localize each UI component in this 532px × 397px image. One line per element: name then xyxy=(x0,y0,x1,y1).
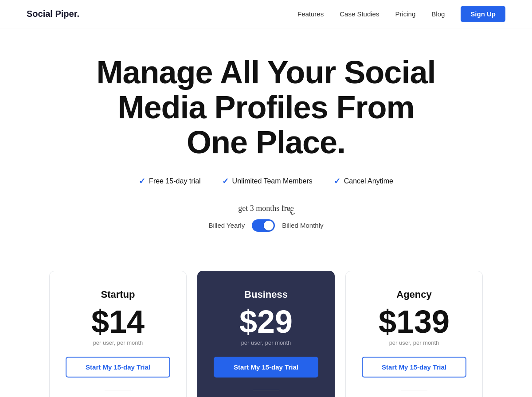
plan-cta-startup[interactable]: Start My 15-day Trial xyxy=(66,357,170,378)
plan-divider-agency xyxy=(401,390,427,390)
pricing-section: Startup $14 per user, per month Start My… xyxy=(0,271,532,397)
check-icon-team: ✓ xyxy=(222,176,229,186)
nav-links: Features Case Studies Pricing Blog Sign … xyxy=(297,10,505,18)
site-logo[interactable]: Social Piper. xyxy=(27,9,79,19)
nav-blog[interactable]: Blog xyxy=(431,10,445,18)
plan-cta-business[interactable]: Start My 15-day Trial xyxy=(214,357,318,378)
hero-headline: Manage All Your Social Media Profiles Fr… xyxy=(84,55,448,160)
billing-yearly-label: Billed Yearly xyxy=(208,222,245,229)
billing-monthly-label: Billed Monthly xyxy=(282,222,323,229)
hero-feature-cancel-label: Cancel Anytime xyxy=(344,177,393,185)
nav-case-studies[interactable]: Case Studies xyxy=(340,10,379,18)
plan-period-agency: per user, per month xyxy=(389,339,439,346)
pricing-card-agency: Agency $139 per user, per month Start My… xyxy=(345,271,483,397)
billing-section: get 3 months free Billed Yearly Billed M… xyxy=(9,204,523,232)
hero-feature-team-label: Unlimited Team Members xyxy=(232,177,313,185)
hero-features: ✓ Free 15-day trial ✓ Unlimited Team Mem… xyxy=(9,176,523,186)
plan-divider-startup xyxy=(105,390,131,390)
pricing-card-business: Business $29 per user, per month Start M… xyxy=(197,271,335,397)
hero-feature-trial: ✓ Free 15-day trial xyxy=(139,176,201,186)
billing-toggle-row: Billed Yearly Billed Monthly xyxy=(9,219,523,232)
hero-feature-trial-label: Free 15-day trial xyxy=(149,177,201,185)
promo-arrow-icon xyxy=(282,206,298,218)
hero-feature-team: ✓ Unlimited Team Members xyxy=(222,176,313,186)
nav-pricing[interactable]: Pricing xyxy=(395,10,415,18)
plan-price-agency: $139 xyxy=(379,306,450,338)
plan-period-startup: per user, per month xyxy=(93,339,143,346)
toggle-knob xyxy=(264,221,274,230)
plan-name-agency: Agency xyxy=(396,289,431,300)
check-icon-cancel: ✓ xyxy=(334,176,340,186)
plan-name-startup: Startup xyxy=(101,289,135,300)
check-icon-trial: ✓ xyxy=(139,176,145,186)
plan-price-business: $29 xyxy=(239,306,293,338)
hero-section: Manage All Your Social Media Profiles Fr… xyxy=(0,28,532,271)
plan-divider-business xyxy=(253,390,279,390)
nav-signup-button[interactable]: Sign Up xyxy=(461,6,505,22)
plan-name-business: Business xyxy=(244,289,288,300)
navbar: Social Piper. Features Case Studies Pric… xyxy=(0,0,532,28)
plan-cta-agency[interactable]: Start My 15-day Trial xyxy=(362,357,466,378)
plan-period-business: per user, per month xyxy=(241,339,291,346)
pricing-card-startup: Startup $14 per user, per month Start My… xyxy=(49,271,187,397)
plan-price-startup: $14 xyxy=(91,306,145,338)
hero-feature-cancel: ✓ Cancel Anytime xyxy=(334,176,393,186)
billing-toggle[interactable] xyxy=(252,219,275,232)
nav-features[interactable]: Features xyxy=(297,10,324,18)
